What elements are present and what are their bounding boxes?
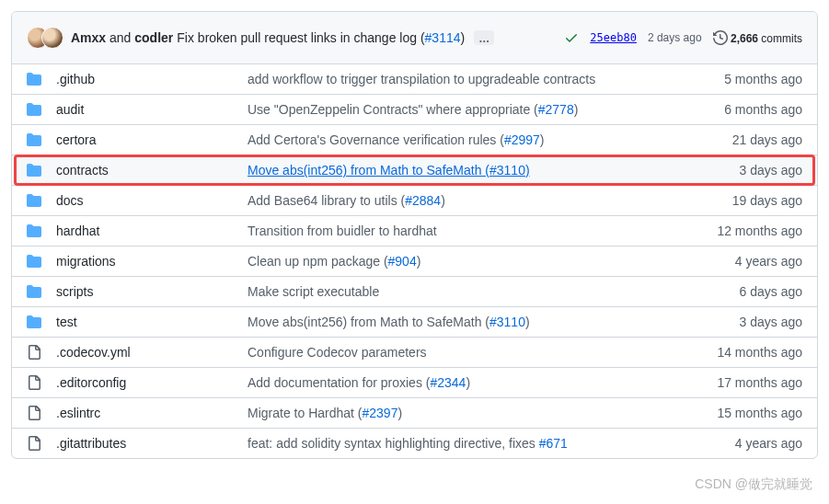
file-row: .eslintrcMigrate to Hardhat (#2397)15 mo… <box>12 398 817 429</box>
file-row: .gitattributesfeat: add solidity syntax … <box>12 429 817 458</box>
file-name-link[interactable]: hardhat <box>56 223 99 238</box>
file-row: hardhatTransition from buidler to hardha… <box>12 216 817 246</box>
file-row: .githubadd workflow to trigger transpila… <box>12 64 817 95</box>
file-row: .codecov.ymlConfigure Codecov parameters… <box>12 338 817 368</box>
commit-message-link[interactable]: Fix broken pull request links in change … <box>177 30 465 45</box>
file-name-link[interactable]: .eslintrc <box>56 406 100 420</box>
commit-message-link[interactable]: Transition from buidler to hardhat <box>248 223 437 238</box>
file-row: certoraAdd Certora's Governance verifica… <box>12 125 817 155</box>
file-row: migrationsClean up npm package (#904)4 y… <box>12 246 817 277</box>
file-name-link[interactable]: .github <box>56 72 95 86</box>
file-date: 19 days ago <box>692 193 802 208</box>
folder-icon <box>27 223 45 238</box>
file-row: .editorconfigAdd documentation for proxi… <box>12 368 817 398</box>
commit-summary: Amxx and codler Fix broken pull request … <box>71 30 564 45</box>
file-date: 6 days ago <box>692 284 802 299</box>
commit-message-link[interactable]: Add Base64 library to utils (#2884) <box>248 193 445 208</box>
file-name-link[interactable]: migrations <box>56 254 116 269</box>
commit-message-link[interactable]: Migrate to Hardhat (#2397) <box>248 406 402 420</box>
folder-icon <box>27 163 45 178</box>
file-date: 17 months ago <box>692 375 802 390</box>
file-list-box: Amxx and codler Fix broken pull request … <box>11 11 818 459</box>
commit-author-link[interactable]: codler <box>134 30 173 45</box>
history-icon <box>713 30 728 45</box>
file-name-link[interactable]: scripts <box>56 284 93 299</box>
file-name-link[interactable]: contracts <box>56 163 109 178</box>
expand-commit-message-button[interactable]: … <box>474 30 494 45</box>
file-icon <box>27 436 45 451</box>
commit-message-link[interactable]: Clean up npm package (#904) <box>248 254 420 269</box>
file-row: testMove abs(int256) from Math to SafeMa… <box>12 307 817 338</box>
commit-message-link[interactable]: Use "OpenZeppelin Contracts" where appro… <box>248 102 578 117</box>
folder-icon <box>27 284 45 299</box>
commit-message-link[interactable]: add workflow to trigger transpilation to… <box>248 72 595 86</box>
file-date: 6 months ago <box>692 102 802 117</box>
author-avatars[interactable] <box>27 27 63 49</box>
commit-message-link[interactable]: Make script executable <box>248 284 379 299</box>
avatar[interactable] <box>41 27 63 49</box>
file-row: auditUse "OpenZeppelin Contracts" where … <box>12 95 817 125</box>
folder-icon <box>27 102 45 117</box>
file-date: 3 days ago <box>692 315 802 329</box>
file-name-link[interactable]: .gitattributes <box>56 436 126 451</box>
file-name-link[interactable]: docs <box>56 193 84 208</box>
file-date: 12 months ago <box>692 223 802 238</box>
check-icon[interactable] <box>564 30 579 45</box>
file-name-link[interactable]: test <box>56 315 77 329</box>
commits-count-link[interactable]: 2,666 commits <box>713 30 802 45</box>
file-date: 14 months ago <box>692 345 802 360</box>
commit-message-link[interactable]: Add documentation for proxies (#2344) <box>248 375 470 390</box>
folder-icon <box>27 254 45 269</box>
file-row: docsAdd Base64 library to utils (#2884)1… <box>12 186 817 216</box>
commit-message-link[interactable]: Configure Codecov parameters <box>248 345 427 360</box>
file-icon <box>27 345 45 360</box>
file-name-link[interactable]: .editorconfig <box>56 375 126 390</box>
file-date: 5 months ago <box>692 72 802 86</box>
commit-message-link[interactable]: Move abs(int256) from Math to SafeMath (… <box>248 163 530 178</box>
file-icon <box>27 406 45 420</box>
file-date: 4 years ago <box>692 254 802 269</box>
file-date: 15 months ago <box>692 406 802 420</box>
commit-message-link[interactable]: Add Certora's Governance verification ru… <box>248 132 545 147</box>
file-date: 4 years ago <box>692 436 802 451</box>
file-date: 21 days ago <box>692 132 802 147</box>
file-name-link[interactable]: audit <box>56 102 84 117</box>
folder-icon <box>27 315 45 329</box>
folder-icon <box>27 132 45 147</box>
commit-date: 2 days ago <box>648 31 702 44</box>
commit-author-link[interactable]: Amxx <box>71 30 106 45</box>
folder-icon <box>27 193 45 208</box>
commit-message-link[interactable]: feat: add solidity syntax highlighting d… <box>248 436 568 451</box>
file-icon <box>27 375 45 390</box>
commit-hash-link[interactable]: 25eeb80 <box>590 31 637 44</box>
file-row: scriptsMake script executable6 days ago <box>12 277 817 307</box>
file-name-link[interactable]: .codecov.yml <box>56 345 131 360</box>
file-row: contractsMove abs(int256) from Math to S… <box>12 155 817 186</box>
file-date: 3 days ago <box>692 163 802 178</box>
file-name-link[interactable]: certora <box>56 132 97 147</box>
commit-message-link[interactable]: Move abs(int256) from Math to SafeMath (… <box>248 315 530 329</box>
latest-commit-header: Amxx and codler Fix broken pull request … <box>12 12 817 64</box>
folder-icon <box>27 72 45 86</box>
commit-meta: 25eeb80 2 days ago 2,666 commits <box>564 30 802 45</box>
